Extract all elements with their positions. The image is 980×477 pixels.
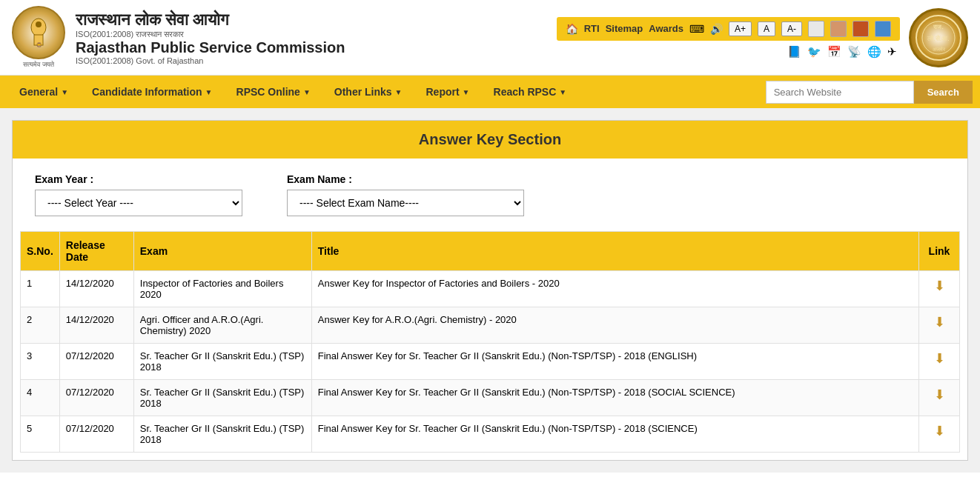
search-input[interactable]	[766, 81, 914, 104]
table-row: 407/12/2020Sr. Teacher Gr II (Sanskrit E…	[21, 380, 960, 416]
font-larger-btn[interactable]: A+	[729, 21, 752, 36]
year-select[interactable]: ---- Select Year ----	[35, 190, 242, 216]
cell-date: 14/12/2020	[59, 307, 133, 344]
svg-text:राज.: राज.	[933, 24, 943, 30]
cell-exam: Sr. Teacher Gr II (Sanskrit Edu.) (TSP) …	[133, 344, 311, 380]
table-row: 114/12/2020Inspector of Factories and Bo…	[21, 271, 960, 307]
color-swatch-3[interactable]	[852, 21, 869, 37]
social-icons-row: 📘 🐦 📅 📡 🌐 ✈	[787, 45, 900, 59]
right-emblem-svg: राज. लो.से.आ. अजमेर	[915, 14, 962, 61]
col-header-sno: S.No.	[21, 232, 60, 271]
nav-label-candidate: Candidate Information	[92, 86, 202, 98]
cell-download-link[interactable]: ⬇	[919, 271, 960, 307]
nav-search: Search	[766, 81, 973, 104]
main-content: Answer Key Section Exam Year : ---- Sele…	[0, 108, 980, 473]
cell-sno: 2	[21, 307, 60, 344]
nav-arrow-candidate: ▼	[205, 88, 213, 96]
cursor-icon[interactable]: ✈	[887, 45, 897, 59]
cell-download-link[interactable]: ⬇	[919, 416, 960, 453]
header-iso1: ISO(2001:2008) राजस्थान सरकार	[76, 30, 557, 39]
search-button[interactable]: Search	[914, 81, 973, 104]
cell-date: 07/12/2020	[59, 380, 133, 416]
cell-download-link[interactable]: ⬇	[919, 380, 960, 416]
right-emblem: राज. लो.से.आ. अजमेर	[909, 8, 968, 67]
cell-download-link[interactable]: ⬇	[919, 307, 960, 344]
filter-area: Exam Year : ---- Select Year ---- Exam N…	[13, 159, 967, 231]
exam-year-label: Exam Year :	[35, 173, 242, 185]
color-swatch-1[interactable]	[808, 21, 824, 37]
table-row: 214/12/2020Agri. Officer and A.R.O.(Agri…	[21, 307, 960, 344]
cell-title: Final Answer Key for Sr. Teacher Gr II (…	[311, 344, 918, 380]
emblem-caption: सत्यमेव जयते	[23, 61, 54, 69]
svg-text:अजमेर: अजमेर	[933, 46, 946, 52]
exam-year-group: Exam Year : ---- Select Year ----	[35, 173, 242, 216]
cell-sno: 1	[21, 271, 60, 307]
top-links: 🏠 RTI Sitemap Awards ⌨ 🔊 A+ A A-	[557, 17, 900, 41]
cell-sno: 4	[21, 380, 60, 416]
col-header-link: Link	[919, 232, 960, 271]
svg-point-2	[36, 21, 42, 27]
awards-link[interactable]: Awards	[649, 23, 683, 34]
nav-label-other: Other Links	[334, 86, 392, 98]
cell-sno: 5	[21, 416, 60, 453]
svg-text:🦁: 🦁	[36, 42, 42, 48]
emblem-svg: 🦁	[20, 14, 57, 51]
nav-item-rpsc[interactable]: RPSC Online ▼	[225, 76, 322, 108]
section-title: Answer Key Section	[13, 121, 967, 159]
cell-date: 07/12/2020	[59, 416, 133, 453]
exam-name-label: Exam Name :	[287, 173, 524, 185]
table-row: 307/12/2020Sr. Teacher Gr II (Sanskrit E…	[21, 344, 960, 380]
home-icon[interactable]: 🏠	[566, 23, 578, 35]
table-wrapper: S.No. Release Date Exam Title Link 114/1…	[13, 231, 967, 460]
font-smaller-btn[interactable]: A-	[781, 21, 802, 36]
nav-item-report[interactable]: Report ▼	[414, 76, 481, 108]
navbar: General ▼ Candidate Information ▼ RPSC O…	[0, 76, 980, 108]
nav-item-other[interactable]: Other Links ▼	[322, 76, 414, 108]
color-swatch-2[interactable]	[830, 21, 847, 37]
exam-name-group: Exam Name : ---- Select Exam Name----	[287, 173, 524, 216]
nav-label-general: General	[19, 86, 58, 98]
nav-arrow-other: ▼	[395, 88, 403, 96]
header-iso2: ISO(2001:2008) Govt. of Rajasthan	[76, 56, 557, 65]
cell-title: Final Answer Key for Sr. Teacher Gr II (…	[311, 416, 918, 453]
font-normal-btn[interactable]: A	[758, 21, 775, 36]
col-header-title: Title	[311, 232, 918, 271]
content-box: Answer Key Section Exam Year : ---- Sele…	[12, 120, 968, 461]
nav-arrow-report: ▼	[463, 88, 470, 96]
header-controls: 🏠 RTI Sitemap Awards ⌨ 🔊 A+ A A- 📘 🐦 📅 📡…	[557, 17, 900, 59]
rss-icon[interactable]: 📡	[847, 45, 861, 59]
keyboard-icon: ⌨	[689, 23, 704, 35]
nav-item-general[interactable]: General ▼	[7, 76, 80, 108]
cell-exam: Agri. Officer and A.R.O.(Agri. Chemistry…	[133, 307, 311, 344]
cell-exam: Sr. Teacher Gr II (Sanskrit Edu.) (TSP) …	[133, 416, 311, 453]
name-select[interactable]: ---- Select Exam Name----	[287, 190, 524, 216]
nav-item-reach[interactable]: Reach RPSC ▼	[482, 76, 579, 108]
nav-arrow-general: ▼	[61, 88, 68, 96]
rti-link[interactable]: RTI	[584, 23, 600, 34]
hindi-title: राजस्थान लोक सेवा आयोग	[76, 10, 557, 30]
left-emblem: 🦁 सत्यमेव जयते	[12, 6, 65, 69]
globe-icon[interactable]: 🌐	[867, 45, 881, 59]
table-row: 507/12/2020Sr. Teacher Gr II (Sanskrit E…	[21, 416, 960, 453]
cell-title: Answer Key for Inspector of Factories an…	[311, 271, 918, 307]
english-title: Rajasthan Public Service Commission	[76, 39, 557, 56]
col-header-date: Release Date	[59, 232, 133, 271]
col-header-exam: Exam	[133, 232, 311, 271]
nav-item-candidate[interactable]: Candidate Information ▼	[80, 76, 224, 108]
calendar-icon[interactable]: 📅	[827, 45, 841, 59]
nav-label-reach: Reach RPSC	[494, 86, 557, 98]
cell-exam: Sr. Teacher Gr II (Sanskrit Edu.) (TSP) …	[133, 380, 311, 416]
facebook-icon[interactable]: 📘	[787, 45, 801, 59]
color-swatch-4[interactable]	[875, 21, 891, 37]
cell-download-link[interactable]: ⬇	[919, 344, 960, 380]
nav-arrow-reach: ▼	[559, 88, 566, 96]
cell-title: Answer Key for A.R.O.(Agri. Chemistry) -…	[311, 307, 918, 344]
sitemap-link[interactable]: Sitemap	[606, 23, 643, 34]
header-title-area: राजस्थान लोक सेवा आयोग ISO(2001:2008) रा…	[76, 10, 557, 65]
audio-icon: 🔊	[710, 23, 723, 35]
nav-arrow-rpsc: ▼	[303, 88, 311, 96]
cell-date: 14/12/2020	[59, 271, 133, 307]
twitter-icon[interactable]: 🐦	[807, 45, 821, 59]
nav-label-report: Report	[426, 86, 459, 98]
svg-text:लो.से.आ.: लो.से.आ.	[927, 34, 950, 42]
